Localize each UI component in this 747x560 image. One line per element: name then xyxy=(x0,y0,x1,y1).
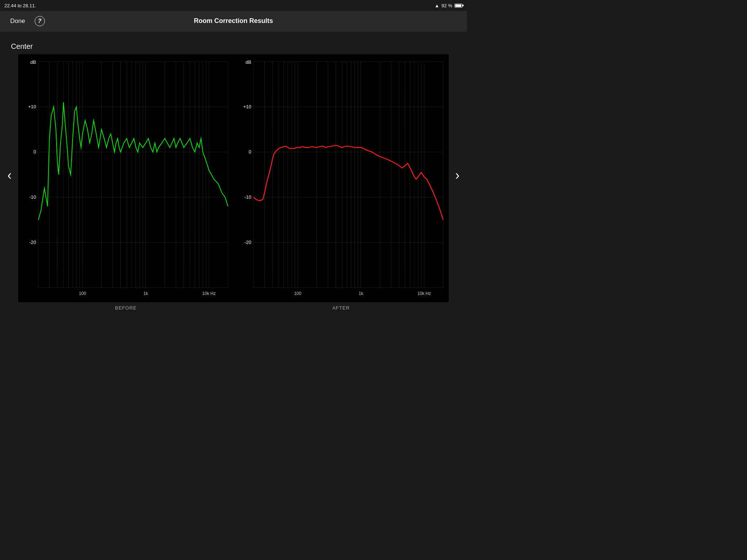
nav-left: Done ? xyxy=(7,16,45,26)
before-chart-container xyxy=(18,54,233,302)
after-chart-canvas xyxy=(233,54,449,302)
status-right: ▲ 92 % xyxy=(434,3,462,8)
wifi-icon: ▲ xyxy=(434,3,439,8)
channel-label: Center xyxy=(11,42,460,51)
after-chart-wrapper: AFTER xyxy=(233,54,449,311)
help-button[interactable]: ? xyxy=(35,16,45,26)
charts-row: BEFORE AFTER xyxy=(18,54,449,311)
main-content: Center ‹ BEFORE AFTER › xyxy=(0,31,467,318)
battery-percent: 92 % xyxy=(441,3,452,8)
status-time: 22.44 to 28.11. xyxy=(4,3,36,8)
after-chart-label: AFTER xyxy=(233,302,449,311)
charts-outer: ‹ BEFORE AFTER › xyxy=(7,54,460,311)
prev-arrow[interactable]: ‹ xyxy=(4,164,15,187)
status-bar: 22.44 to 28.11. ▲ 92 % xyxy=(0,0,467,11)
page-title: Room Correction Results xyxy=(194,17,273,25)
time-label: 22.44 to 28.11. xyxy=(4,3,36,8)
after-chart-container xyxy=(233,54,449,302)
battery-icon xyxy=(454,4,462,8)
done-button[interactable]: Done xyxy=(7,16,28,26)
before-chart-canvas xyxy=(18,54,233,302)
before-chart-wrapper: BEFORE xyxy=(18,54,233,311)
next-arrow[interactable]: › xyxy=(452,164,463,187)
nav-bar: Done ? Room Correction Results xyxy=(0,11,467,31)
before-chart-label: BEFORE xyxy=(18,302,233,311)
